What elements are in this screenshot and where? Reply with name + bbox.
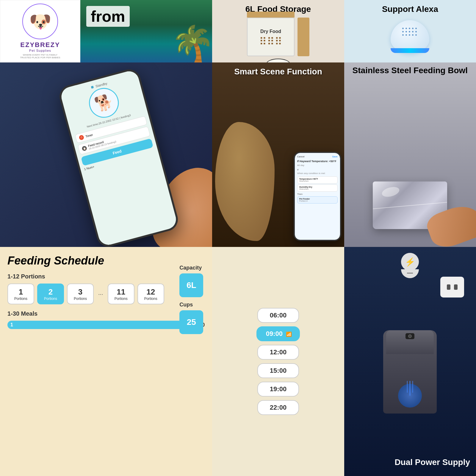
container-lid (247, 12, 295, 18)
alexa-title: Support Alexa (344, 4, 476, 14)
sp-humidity-label: Humidity:Dry (299, 186, 336, 188)
food-dots-icon: ⠿⠿⠿ (259, 36, 282, 48)
standby-label: Standby (95, 82, 107, 88)
app-cell: Standby 🐕 Next time:29.10.2002 10:52 | f… (0, 62, 212, 247)
time-1500[interactable]: 15:00 (257, 363, 299, 378)
sp-humidity-sub: Shenzhen (299, 188, 336, 190)
dry-food-label: Dry Food (260, 29, 281, 34)
time-2200[interactable]: 22:00 (257, 400, 299, 415)
times-cell: 06:00 09:00 📶 12:00 15:00 19:00 22:00 (212, 247, 344, 476)
meals-section: 1-30 Meals 1 + 30 (7, 310, 205, 329)
brand-name: EZYBREZY (20, 41, 60, 49)
portions-row: 1 Portions 2 Portions 3 Portions ··· 11 … (7, 284, 205, 304)
logo-cell: 🐶 EZYBREZY Pet Supplies WHERE EVERY PET … (0, 0, 80, 62)
alexa-dots-pattern (402, 28, 418, 37)
alexa-cell: Support Alexa (344, 0, 476, 62)
alexa-ring (391, 48, 429, 53)
alexa-device (391, 20, 429, 53)
portions-label: 1-12 Portions (7, 273, 205, 280)
sp-then-label: Then (297, 193, 338, 195)
lightning-zone: ⚡ (401, 253, 419, 278)
time-1900[interactable]: 19:00 (257, 382, 299, 397)
food-container-visual: Dry Food ⠿⠿⠿ (247, 18, 295, 56)
sp-humidity-item: Humidity:Dry Shenzhen (297, 184, 338, 192)
sp-then-item: Pet Feeder Portion:4 (297, 196, 338, 203)
dual-power-title: Dual Power Supply (394, 458, 470, 467)
sp-condition-sub: All day (297, 164, 338, 167)
capacity-label: Capacity (179, 265, 203, 271)
sp-then-item-label: Pet Feeder (299, 198, 336, 200)
plug-hole-left (447, 284, 450, 290)
sp-cancel: Cancel (297, 155, 305, 158)
bowl-line (373, 202, 447, 209)
portion-dots: ··· (97, 291, 105, 298)
plug-hole-right (454, 284, 458, 290)
steel-bowl-title: Stainless Steel Feeding Bowl (344, 65, 476, 76)
smart-scene-cell: Smart Scene Function Cancel Save If Hayw… (212, 62, 344, 247)
glow-lines (407, 381, 413, 396)
feeding-schedule-cell: Feeding Schedule 1-12 Portions 1 Portion… (0, 247, 212, 476)
timer-label: Timer (85, 133, 93, 138)
from-label: from (86, 6, 130, 27)
time-0900[interactable]: 09:00 📶 (256, 326, 300, 341)
bowl-shine (381, 185, 400, 199)
logo-circle: 🐶 (22, 4, 58, 39)
feeder-device (383, 330, 437, 416)
smart-phone-screen: Cancel Save If Hayward Temperature: <50°… (295, 153, 340, 240)
steel-bowl-cell: Stainless Steel Feeding Bowl (344, 62, 476, 247)
lid-side (298, 18, 309, 56)
cups-label: Cups (179, 302, 203, 308)
plug-holes (447, 284, 458, 290)
slider-row: 1 + 30 (7, 321, 205, 329)
meals-label: 1-30 Meals (7, 310, 205, 317)
smart-phone-mock: Cancel Save If Hayward Temperature: <50°… (294, 152, 341, 241)
feeding-schedule-title: Feeding Schedule (7, 254, 205, 267)
capacity-section: Capacity 6L Cups 25 (179, 265, 203, 334)
time-1200[interactable]: 12:00 (257, 345, 299, 360)
food-storage-cell: 6L Food Storage Dry Food ⠿⠿⠿ (212, 0, 344, 62)
sp-temp-label: Temperature:<50°F (299, 178, 336, 180)
capacity-box: 6L (179, 273, 203, 297)
sp-then-item-sub: Portion:4 (299, 200, 336, 202)
plug-body (440, 277, 464, 298)
brand-tagline: WHERE EVERY PET IS FAMILY TRUSTED PLACE … (20, 54, 60, 59)
brand-subtitle: Pet Supplies (29, 49, 51, 52)
drop-shape (401, 269, 419, 278)
sp-condition-title: If Hayward Temperature: <50°F (297, 160, 338, 163)
camera-lens (408, 334, 412, 338)
palm-tree-icon: 🌴 (170, 24, 212, 62)
main-grid: 🐶 EZYBREZY Pet Supplies WHERE EVERY PET … (0, 0, 476, 476)
sp-temp-item: Temperature:<50°F Shenzhen (297, 176, 338, 184)
phone-dog-icon: 🐕 (86, 85, 122, 121)
sp-header: Cancel Save (297, 155, 338, 158)
lightning-circle: ⚡ (401, 253, 419, 271)
record-icon: 📋 (82, 145, 87, 151)
feeder-camera (405, 333, 414, 339)
feeder-body (383, 330, 437, 414)
portion-11[interactable]: 11 Portions (108, 284, 134, 304)
timer-icon: ⏱ (79, 134, 84, 140)
slider-track[interactable]: 1 + (7, 321, 196, 329)
portion-3[interactable]: 3 Portions (67, 284, 94, 304)
portion-12[interactable]: 12 Portions (137, 284, 164, 304)
sp-save[interactable]: Save (332, 155, 337, 158)
sp-temp-sub: Shenzhen (299, 180, 336, 182)
portion-1[interactable]: 1 Portions (7, 284, 34, 304)
logo-dog-icon: 🐶 (29, 11, 51, 32)
time-0600[interactable]: 06:00 (257, 308, 299, 323)
smart-scene-title: Smart Scene Function (212, 67, 344, 76)
cups-box: 25 (179, 310, 203, 334)
portion-2[interactable]: 2 Portions (37, 284, 64, 304)
sp-if-sub: When any condition is met (297, 172, 338, 175)
from-cell: from 🌴 (80, 0, 212, 62)
slider-min-value: 1 (10, 322, 13, 328)
sp-if-label: If (297, 168, 338, 171)
dual-power-cell: ⚡ (344, 247, 476, 476)
